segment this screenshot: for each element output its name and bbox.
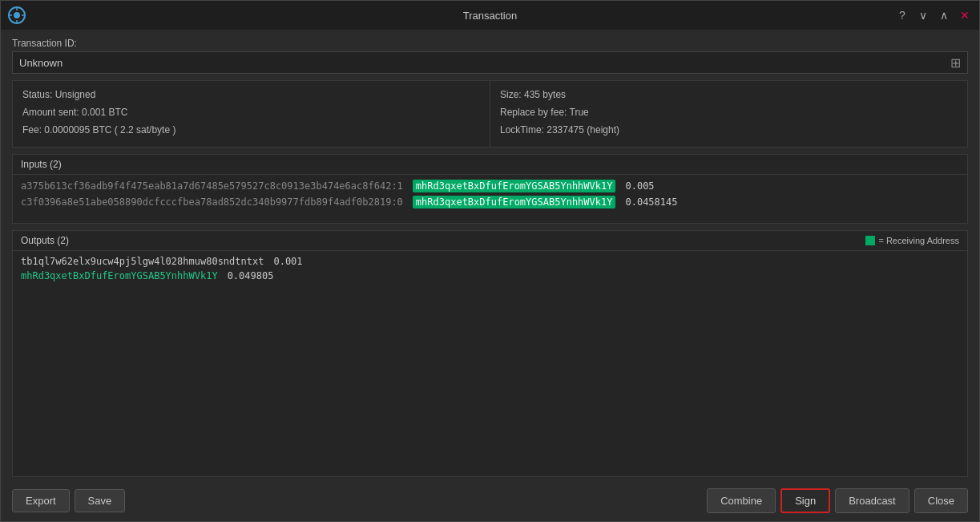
inputs-section: Inputs (2) a375b613cf36adb9f4f475eab81a7… (12, 154, 968, 224)
broadcast-button[interactable]: Broadcast (835, 488, 909, 513)
inputs-body: a375b613cf36adb9f4f475eab81a7d67485e5795… (13, 175, 967, 223)
input-txid-1: c3f0396a8e51abe058890dcfcccfbea78ad852dc… (21, 196, 403, 208)
main-content: Transaction ID: Unknown ⊞ Status: Unsign… (1, 30, 979, 521)
info-section: Status: Unsigned Amount sent: 0.001 BTC … (12, 80, 968, 148)
combine-button[interactable]: Combine (707, 488, 776, 513)
outputs-label: Outputs (2) (21, 235, 69, 246)
close-button[interactable]: Close (914, 488, 968, 513)
maximize-button[interactable]: ∧ (936, 7, 952, 23)
footer-right-buttons: Combine Sign Broadcast Close (707, 488, 968, 513)
save-button[interactable]: Save (75, 489, 126, 512)
output-amount-0: 0.001 (273, 256, 302, 267)
rbf-text: Replace by fee: True (500, 105, 958, 119)
app-logo (7, 6, 26, 25)
fee-text: Fee: 0.0000095 BTC ( 2.2 sat/byte ) (22, 123, 480, 137)
titlebar: Transaction ? ∨ ∧ ✕ (1, 1, 979, 30)
txid-label: Transaction ID: (12, 38, 968, 49)
txid-row: Unknown ⊞ (12, 51, 968, 74)
inputs-header: Inputs (2) (13, 155, 967, 175)
close-window-button[interactable]: ✕ (957, 7, 973, 23)
table-row: tb1ql7w62elx9ucw4pj5lgw4l028hmuw80sndtnt… (21, 256, 959, 267)
outputs-body: tb1ql7w62elx9ucw4pj5lgw4l028hmuw80sndtnt… (13, 251, 967, 299)
qr-icon[interactable]: ⊞ (950, 55, 961, 71)
table-row: a375b613cf36adb9f4f475eab81a7d67485e5795… (21, 180, 959, 192)
input-addr-0: mhRd3qxetBxDfufEromYGSAB5YnhhWVk1Y (413, 180, 616, 192)
output-addr-1: mhRd3qxetBxDfufEromYGSAB5YnhhWVk1Y (21, 270, 218, 281)
export-button[interactable]: Export (12, 489, 70, 512)
size-text: Size: 435 bytes (500, 87, 958, 102)
svg-point-1 (14, 12, 20, 18)
sign-button[interactable]: Sign (780, 488, 830, 513)
outputs-section: Outputs (2) = Receiving Address tb1ql7w6… (12, 230, 968, 477)
footer-left-buttons: Export Save (12, 489, 125, 512)
green-square-icon (865, 236, 875, 245)
minimize-button[interactable]: ∨ (915, 7, 931, 23)
table-row: mhRd3qxetBxDfufEromYGSAB5YnhhWVk1Y 0.049… (21, 270, 959, 281)
output-amount-1: 0.049805 (228, 270, 274, 281)
receiving-address-label: = Receiving Address (878, 236, 959, 245)
input-amount-0: 0.005 (625, 180, 654, 192)
main-window: Transaction ? ∨ ∧ ✕ Transaction ID: Unkn… (0, 0, 980, 522)
outputs-header: Outputs (2) = Receiving Address (13, 231, 967, 251)
locktime-text: LockTime: 2337475 (height) (500, 123, 958, 137)
info-left: Status: Unsigned Amount sent: 0.001 BTC … (13, 81, 490, 147)
amount-text: Amount sent: 0.001 BTC (22, 105, 480, 119)
input-amount-1: 0.0458145 (625, 196, 677, 208)
help-button[interactable]: ? (894, 7, 910, 23)
window-title: Transaction (463, 10, 517, 22)
receiving-legend: = Receiving Address (865, 236, 959, 245)
txid-value: Unknown (19, 57, 63, 69)
input-addr-1: mhRd3qxetBxDfufEromYGSAB5YnhhWVk1Y (413, 196, 616, 208)
output-addr-0: tb1ql7w62elx9ucw4pj5lgw4l028hmuw80sndtnt… (21, 256, 264, 267)
table-row: c3f0396a8e51abe058890dcfcccfbea78ad852dc… (21, 196, 959, 208)
status-text: Status: Unsigned (22, 87, 480, 102)
inputs-label: Inputs (2) (21, 159, 62, 170)
txid-section: Transaction ID: Unknown ⊞ (12, 38, 968, 74)
input-txid-0: a375b613cf36adb9f4f475eab81a7d67485e5795… (21, 180, 403, 192)
window-controls: ? ∨ ∧ ✕ (894, 7, 973, 23)
footer: Export Save Combine Sign Broadcast Close (12, 484, 968, 515)
info-right: Size: 435 bytes Replace by fee: True Loc… (490, 81, 967, 147)
